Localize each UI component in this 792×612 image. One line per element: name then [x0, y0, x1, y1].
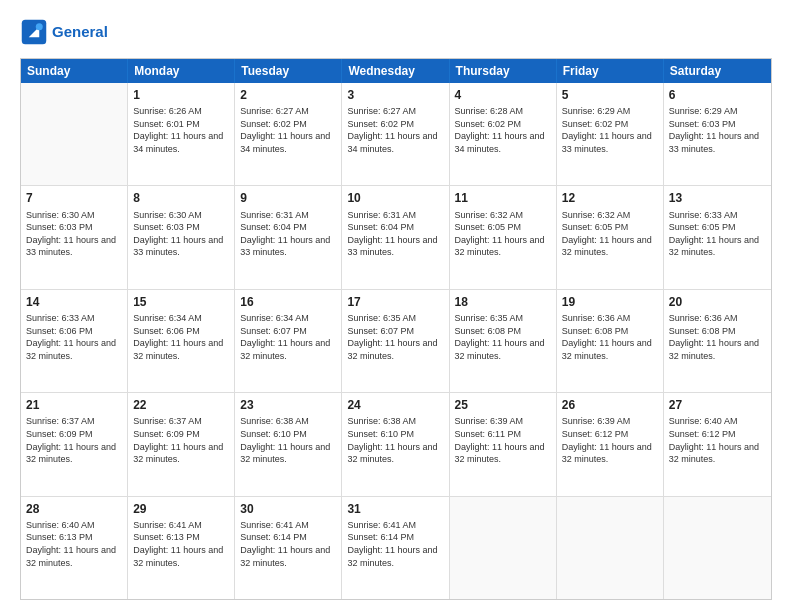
calendar-cell: 11Sunrise: 6:32 AM Sunset: 6:05 PM Dayli… [450, 186, 557, 288]
cell-info: Sunrise: 6:28 AM Sunset: 6:02 PM Dayligh… [455, 105, 551, 155]
calendar-cell: 31Sunrise: 6:41 AM Sunset: 6:14 PM Dayli… [342, 497, 449, 599]
cell-info: Sunrise: 6:30 AM Sunset: 6:03 PM Dayligh… [133, 209, 229, 259]
cell-info: Sunrise: 6:30 AM Sunset: 6:03 PM Dayligh… [26, 209, 122, 259]
calendar-cell [664, 497, 771, 599]
cell-info: Sunrise: 6:26 AM Sunset: 6:01 PM Dayligh… [133, 105, 229, 155]
cell-info: Sunrise: 6:32 AM Sunset: 6:05 PM Dayligh… [562, 209, 658, 259]
calendar-cell: 10Sunrise: 6:31 AM Sunset: 6:04 PM Dayli… [342, 186, 449, 288]
day-number: 4 [455, 87, 551, 103]
calendar-row-0: 1Sunrise: 6:26 AM Sunset: 6:01 PM Daylig… [21, 83, 771, 186]
cell-info: Sunrise: 6:40 AM Sunset: 6:12 PM Dayligh… [669, 415, 766, 465]
header-day-monday: Monday [128, 59, 235, 83]
header: General [20, 18, 772, 46]
cell-info: Sunrise: 6:39 AM Sunset: 6:12 PM Dayligh… [562, 415, 658, 465]
day-number: 3 [347, 87, 443, 103]
cell-info: Sunrise: 6:35 AM Sunset: 6:08 PM Dayligh… [455, 312, 551, 362]
calendar-cell: 19Sunrise: 6:36 AM Sunset: 6:08 PM Dayli… [557, 290, 664, 392]
calendar-cell [557, 497, 664, 599]
calendar-cell: 25Sunrise: 6:39 AM Sunset: 6:11 PM Dayli… [450, 393, 557, 495]
header-day-saturday: Saturday [664, 59, 771, 83]
day-number: 13 [669, 190, 766, 206]
header-day-thursday: Thursday [450, 59, 557, 83]
cell-info: Sunrise: 6:29 AM Sunset: 6:03 PM Dayligh… [669, 105, 766, 155]
day-number: 17 [347, 294, 443, 310]
cell-info: Sunrise: 6:35 AM Sunset: 6:07 PM Dayligh… [347, 312, 443, 362]
calendar-cell [21, 83, 128, 185]
day-number: 12 [562, 190, 658, 206]
calendar-cell: 14Sunrise: 6:33 AM Sunset: 6:06 PM Dayli… [21, 290, 128, 392]
day-number: 10 [347, 190, 443, 206]
day-number: 5 [562, 87, 658, 103]
cell-info: Sunrise: 6:31 AM Sunset: 6:04 PM Dayligh… [240, 209, 336, 259]
day-number: 1 [133, 87, 229, 103]
day-number: 9 [240, 190, 336, 206]
calendar-header: SundayMondayTuesdayWednesdayThursdayFrid… [21, 59, 771, 83]
day-number: 7 [26, 190, 122, 206]
page: General SundayMondayTuesdayWednesdayThur… [0, 0, 792, 612]
calendar-cell: 8Sunrise: 6:30 AM Sunset: 6:03 PM Daylig… [128, 186, 235, 288]
cell-info: Sunrise: 6:41 AM Sunset: 6:13 PM Dayligh… [133, 519, 229, 569]
calendar-cell: 3Sunrise: 6:27 AM Sunset: 6:02 PM Daylig… [342, 83, 449, 185]
calendar-cell: 5Sunrise: 6:29 AM Sunset: 6:02 PM Daylig… [557, 83, 664, 185]
calendar-cell: 23Sunrise: 6:38 AM Sunset: 6:10 PM Dayli… [235, 393, 342, 495]
header-day-friday: Friday [557, 59, 664, 83]
calendar-row-2: 14Sunrise: 6:33 AM Sunset: 6:06 PM Dayli… [21, 290, 771, 393]
day-number: 14 [26, 294, 122, 310]
calendar-body: 1Sunrise: 6:26 AM Sunset: 6:01 PM Daylig… [21, 83, 771, 599]
cell-info: Sunrise: 6:36 AM Sunset: 6:08 PM Dayligh… [562, 312, 658, 362]
day-number: 23 [240, 397, 336, 413]
calendar-cell: 9Sunrise: 6:31 AM Sunset: 6:04 PM Daylig… [235, 186, 342, 288]
calendar-cell: 20Sunrise: 6:36 AM Sunset: 6:08 PM Dayli… [664, 290, 771, 392]
header-day-sunday: Sunday [21, 59, 128, 83]
day-number: 24 [347, 397, 443, 413]
calendar-cell: 29Sunrise: 6:41 AM Sunset: 6:13 PM Dayli… [128, 497, 235, 599]
calendar-cell: 21Sunrise: 6:37 AM Sunset: 6:09 PM Dayli… [21, 393, 128, 495]
logo-icon [20, 18, 48, 46]
cell-info: Sunrise: 6:27 AM Sunset: 6:02 PM Dayligh… [347, 105, 443, 155]
cell-info: Sunrise: 6:41 AM Sunset: 6:14 PM Dayligh… [347, 519, 443, 569]
cell-info: Sunrise: 6:40 AM Sunset: 6:13 PM Dayligh… [26, 519, 122, 569]
logo: General [20, 18, 108, 46]
calendar-cell: 26Sunrise: 6:39 AM Sunset: 6:12 PM Dayli… [557, 393, 664, 495]
cell-info: Sunrise: 6:32 AM Sunset: 6:05 PM Dayligh… [455, 209, 551, 259]
cell-info: Sunrise: 6:38 AM Sunset: 6:10 PM Dayligh… [240, 415, 336, 465]
calendar-row-1: 7Sunrise: 6:30 AM Sunset: 6:03 PM Daylig… [21, 186, 771, 289]
cell-info: Sunrise: 6:27 AM Sunset: 6:02 PM Dayligh… [240, 105, 336, 155]
calendar-cell: 27Sunrise: 6:40 AM Sunset: 6:12 PM Dayli… [664, 393, 771, 495]
calendar-cell: 18Sunrise: 6:35 AM Sunset: 6:08 PM Dayli… [450, 290, 557, 392]
day-number: 16 [240, 294, 336, 310]
calendar-cell: 7Sunrise: 6:30 AM Sunset: 6:03 PM Daylig… [21, 186, 128, 288]
day-number: 19 [562, 294, 658, 310]
calendar-cell: 24Sunrise: 6:38 AM Sunset: 6:10 PM Dayli… [342, 393, 449, 495]
day-number: 27 [669, 397, 766, 413]
day-number: 28 [26, 501, 122, 517]
cell-info: Sunrise: 6:31 AM Sunset: 6:04 PM Dayligh… [347, 209, 443, 259]
calendar-cell: 17Sunrise: 6:35 AM Sunset: 6:07 PM Dayli… [342, 290, 449, 392]
cell-info: Sunrise: 6:33 AM Sunset: 6:06 PM Dayligh… [26, 312, 122, 362]
day-number: 2 [240, 87, 336, 103]
calendar-cell: 15Sunrise: 6:34 AM Sunset: 6:06 PM Dayli… [128, 290, 235, 392]
cell-info: Sunrise: 6:36 AM Sunset: 6:08 PM Dayligh… [669, 312, 766, 362]
day-number: 6 [669, 87, 766, 103]
calendar-cell: 28Sunrise: 6:40 AM Sunset: 6:13 PM Dayli… [21, 497, 128, 599]
calendar-cell: 12Sunrise: 6:32 AM Sunset: 6:05 PM Dayli… [557, 186, 664, 288]
cell-info: Sunrise: 6:39 AM Sunset: 6:11 PM Dayligh… [455, 415, 551, 465]
calendar-cell: 2Sunrise: 6:27 AM Sunset: 6:02 PM Daylig… [235, 83, 342, 185]
calendar-row-4: 28Sunrise: 6:40 AM Sunset: 6:13 PM Dayli… [21, 497, 771, 599]
day-number: 31 [347, 501, 443, 517]
cell-info: Sunrise: 6:38 AM Sunset: 6:10 PM Dayligh… [347, 415, 443, 465]
day-number: 21 [26, 397, 122, 413]
logo-text: General [52, 24, 108, 41]
cell-info: Sunrise: 6:34 AM Sunset: 6:06 PM Dayligh… [133, 312, 229, 362]
cell-info: Sunrise: 6:37 AM Sunset: 6:09 PM Dayligh… [26, 415, 122, 465]
day-number: 22 [133, 397, 229, 413]
calendar-cell: 4Sunrise: 6:28 AM Sunset: 6:02 PM Daylig… [450, 83, 557, 185]
calendar-cell: 16Sunrise: 6:34 AM Sunset: 6:07 PM Dayli… [235, 290, 342, 392]
calendar: SundayMondayTuesdayWednesdayThursdayFrid… [20, 58, 772, 600]
calendar-cell [450, 497, 557, 599]
day-number: 11 [455, 190, 551, 206]
calendar-cell: 13Sunrise: 6:33 AM Sunset: 6:05 PM Dayli… [664, 186, 771, 288]
day-number: 25 [455, 397, 551, 413]
day-number: 20 [669, 294, 766, 310]
cell-info: Sunrise: 6:41 AM Sunset: 6:14 PM Dayligh… [240, 519, 336, 569]
